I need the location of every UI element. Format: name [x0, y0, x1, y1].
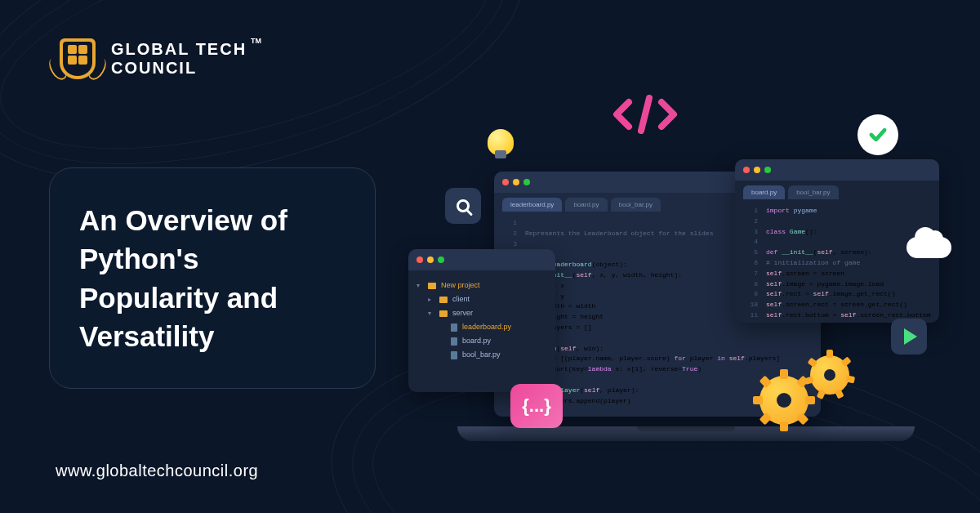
line-number: 8 [742, 279, 758, 290]
code-line: 8 self.image = pygame.image.load [735, 279, 939, 290]
illustration: leaderboard.py board.py bool_bar.py 12Re… [408, 82, 947, 449]
file-name: server [452, 306, 473, 320]
code-content: self.rect = self.image.get_rect() [766, 289, 895, 300]
code-content: scores = [(player.name, player.score) fo… [525, 354, 780, 364]
logo-line1: GLOBAL TECH [111, 40, 247, 59]
close-dot-icon [416, 256, 423, 263]
page-title: An Overview of Python's Popularity and V… [79, 201, 345, 355]
code-content: class Game(): [766, 227, 817, 238]
line-number: 2 [501, 229, 517, 239]
editor-tabs: board.py bool_bar.py [735, 181, 939, 199]
code-line: 6 # initialization of game [735, 258, 939, 269]
close-dot-icon [743, 167, 750, 173]
file-name: board.py [462, 334, 491, 348]
tab-main-1: board.py [565, 198, 607, 212]
code-tag-icon [608, 90, 682, 139]
file-browser-window: ▾New project▸client▾serverleaderboard.py… [408, 249, 555, 392]
line-number: 4 [742, 237, 758, 248]
line-number: 1 [742, 206, 758, 216]
code-line: 7 self.screen = screen [735, 269, 939, 279]
file-icon [451, 351, 457, 359]
logo-badge-icon [56, 37, 100, 81]
svg-line-0 [641, 98, 649, 131]
code-body-right: 1import pygame23class Game():45 def __in… [735, 199, 939, 323]
brand-logo: GLOBAL TECH COUNCIL TM [56, 37, 247, 81]
curly-braces-icon: {...} [510, 384, 563, 428]
gears-icon [760, 351, 858, 433]
logo-tm: TM [251, 37, 261, 45]
website-url: www.globaltechcouncil.org [56, 462, 258, 480]
maximize-dot-icon [523, 179, 530, 185]
line-number: 5 [742, 248, 758, 258]
line-number: 2 [742, 216, 758, 227]
window-controls [735, 159, 939, 181]
file-tree: ▾New project▸client▾serverleaderboard.py… [408, 270, 555, 371]
line-number: 6 [742, 258, 758, 269]
title-card: An Overview of Python's Popularity and V… [49, 167, 376, 389]
minimize-dot-icon [427, 256, 434, 263]
logo-line2: COUNCIL [111, 59, 247, 78]
file-tree-item: bool_bar.py [416, 348, 547, 362]
maximize-dot-icon [438, 256, 444, 263]
line-number: 3 [501, 239, 517, 250]
file-name: leaderboard.py [462, 320, 511, 334]
logo-text: GLOBAL TECH COUNCIL TM [111, 40, 247, 78]
code-line: 1import pygame [735, 206, 939, 216]
window-controls [408, 249, 555, 270]
line-number: 9 [742, 289, 758, 300]
lightbulb-icon [486, 123, 515, 162]
code-line: 2 [735, 216, 939, 227]
file-tree-item: ▸client [416, 292, 547, 306]
line-number: 11 [742, 310, 758, 321]
code-content: self.screen = screen [766, 269, 844, 279]
close-dot-icon [502, 179, 509, 185]
line-number: 3 [742, 227, 758, 238]
line-number: 10 [742, 300, 758, 310]
folder-icon [439, 297, 448, 303]
tab-main-2: bool_bar.py [611, 198, 661, 212]
file-tree-item: ▾New project [416, 279, 547, 292]
chevron-icon: ▾ [416, 279, 423, 292]
file-name: New project [441, 279, 480, 292]
file-tree-item: board.py [416, 334, 547, 348]
file-icon [451, 337, 457, 346]
code-content: self.screen_rect = screen.get_rect() [766, 300, 907, 310]
file-tree-item: ▾server [416, 306, 547, 320]
file-tree-item: leaderboard.py [416, 320, 547, 334]
tab-right-1: bool_bar.py [788, 185, 838, 199]
code-line: 9 self.rect = self.image.get_rect() [735, 289, 939, 300]
cloud-icon [906, 229, 951, 258]
code-content: # initialization of game [766, 258, 860, 269]
chevron-icon: ▾ [428, 307, 434, 319]
minimize-dot-icon [754, 167, 760, 173]
code-line: 10 self.screen_rect = screen.get_rect() [735, 300, 939, 310]
line-number: 7 [742, 269, 758, 279]
play-icon [891, 319, 927, 355]
code-content: import pygame [766, 206, 817, 216]
minimize-dot-icon [513, 179, 519, 185]
line-number: 1 [501, 218, 517, 229]
curly-label: {...} [522, 395, 550, 417]
checkmark-badge-icon [858, 114, 898, 155]
search-icon [445, 188, 481, 224]
maximize-dot-icon [764, 167, 771, 173]
tab-main-0: leaderboard.py [502, 198, 562, 212]
file-name: client [452, 292, 470, 306]
code-content: def __init__(self, screen): [766, 248, 872, 258]
file-name: bool_bar.py [462, 348, 501, 362]
folder-icon [439, 310, 448, 317]
code-content: self.image = pygame.image.load [766, 279, 884, 290]
code-content: Represents the Leaderboard object for th… [525, 229, 713, 239]
chevron-icon: ▸ [428, 293, 434, 306]
tab-right-0: board.py [743, 185, 785, 199]
file-icon [451, 323, 457, 332]
folder-icon [428, 283, 436, 289]
